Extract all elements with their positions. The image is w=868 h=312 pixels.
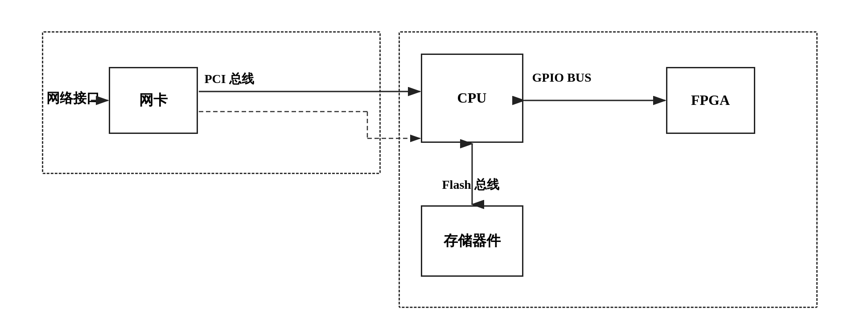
label-gpio-bus: GPIO BUS bbox=[532, 71, 592, 85]
label-network-interface: 网络接口 bbox=[46, 89, 100, 108]
box-fpga: FPGA bbox=[666, 67, 755, 134]
storage-label: 存储器件 bbox=[444, 231, 501, 251]
cpu-label: CPU bbox=[457, 90, 487, 106]
box-network-card: 网卡 bbox=[109, 67, 198, 134]
network-card-label: 网卡 bbox=[139, 91, 168, 110]
diagram-container: 网络接口 网卡 PCI 总线 CPU GPIO BUS FPGA Flash 总… bbox=[33, 18, 835, 295]
box-storage: 存储器件 bbox=[421, 205, 523, 277]
fpga-label: FPGA bbox=[691, 92, 730, 108]
label-pci-bus: PCI 总线 bbox=[205, 71, 254, 87]
label-flash-bus: Flash 总线 bbox=[442, 176, 499, 193]
box-cpu: CPU bbox=[421, 54, 523, 143]
